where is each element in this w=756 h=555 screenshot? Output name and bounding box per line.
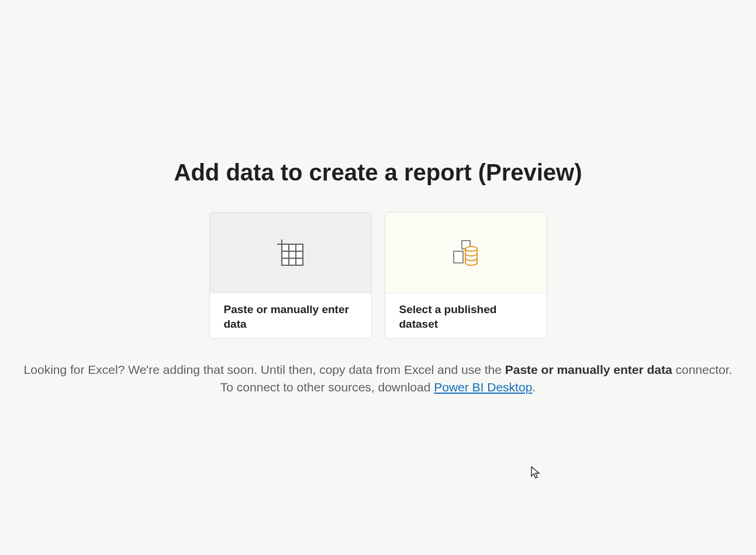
paste-data-label: Paste or manually enter data [224, 303, 357, 331]
help-text: Looking for Excel? We're adding that soo… [19, 361, 738, 396]
select-dataset-label-area: Select a published dataset [385, 293, 547, 339]
help-text-bold: Paste or manually enter data [505, 363, 672, 376]
select-dataset-label: Select a published dataset [399, 303, 533, 331]
svg-rect-2 [282, 244, 303, 265]
paste-data-icon-area [210, 213, 371, 293]
select-dataset-card[interactable]: Select a published dataset [385, 212, 547, 339]
select-dataset-icon-area [385, 213, 547, 293]
help-text-part3: . [532, 380, 536, 394]
table-plus-icon [277, 240, 304, 266]
dataset-icon [451, 238, 481, 268]
main-content: Add data to create a report (Preview) [0, 159, 756, 396]
cards-row: Paste or manually enter data [209, 212, 547, 339]
paste-data-label-area: Paste or manually enter data [210, 293, 371, 339]
cursor-icon [531, 466, 541, 480]
svg-rect-8 [454, 251, 463, 263]
svg-point-9 [465, 247, 477, 251]
paste-data-card[interactable]: Paste or manually enter data [209, 212, 372, 339]
page-title: Add data to create a report (Preview) [174, 159, 582, 186]
help-text-part1: Looking for Excel? We're adding that soo… [24, 363, 505, 376]
power-bi-desktop-link[interactable]: Power BI Desktop [434, 380, 532, 394]
